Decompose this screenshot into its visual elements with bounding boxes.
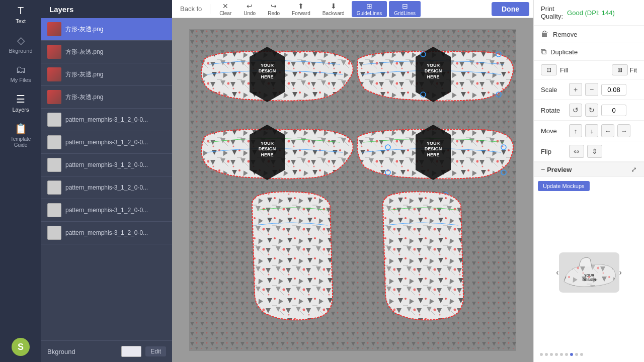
move-up-button[interactable]: ↑ (569, 124, 582, 137)
svg-text:YOUR: YOUR (584, 274, 594, 277)
layer-label-4: 方形-灰透.png (65, 93, 166, 102)
forward-button[interactable]: ⬆ Forward (287, 1, 315, 17)
move-label: Move (541, 127, 566, 135)
layer-item-6[interactable]: pattern_memphis-3_1_2_0-0... (41, 131, 172, 154)
rotate-cw-button[interactable]: ↻ (585, 104, 598, 117)
layer-item-5[interactable]: pattern_memphis-3_1_2_0-0... (41, 109, 172, 131)
shoe-top-left: YOUR DESIGN HERE (201, 47, 353, 102)
layers-icon: ☰ (16, 93, 25, 105)
layer-item-1[interactable]: 方形-灰透.png (41, 18, 172, 41)
layer-label-10: pattern_memphis-3_1_2_0-0... (65, 229, 166, 236)
layer-thumb-7 (47, 158, 61, 172)
text-icon: T (18, 5, 24, 17)
move-row: Move ↑ ↓ ← → (534, 121, 644, 141)
sidebar: T Text ◇ Bkground 🗂 My Files ☰ Layers 📋 … (0, 0, 41, 362)
backward-label: Backward (323, 11, 345, 16)
rotate-input[interactable] (601, 105, 626, 116)
flip-vertical-button[interactable]: ⇕ (587, 145, 602, 158)
backward-button[interactable]: ⬇ Backward (317, 1, 350, 17)
duplicate-action[interactable]: ⧉ Duplicate (534, 43, 644, 61)
remove-label: Remove (553, 31, 577, 38)
fit-icon: ⊞ (612, 64, 628, 75)
guidelines-button[interactable]: ⊞ GuideLines (352, 1, 387, 17)
layer-thumb-3 (47, 67, 61, 81)
preview-prev-button[interactable]: ‹ (556, 268, 558, 277)
duplicate-icon: ⧉ (541, 47, 546, 56)
layer-label-1: 方形-灰透.png (65, 25, 166, 34)
layer-thumb-6 (47, 135, 61, 149)
shoe-top-right: YOUR DESIGN HERE (357, 47, 513, 102)
preview-body: Update Mockups ‹ YOUR DESIGN (534, 177, 644, 362)
undo-button[interactable]: ↩ Undo (238, 1, 261, 17)
layer-item-4[interactable]: 方形-灰透.png (41, 86, 172, 109)
guidelines-label: GuideLines (357, 11, 382, 16)
layer-thumb-4 (47, 90, 61, 104)
rotate-ccw-button[interactable]: ↺ (569, 104, 582, 117)
preview-dot-1[interactable] (545, 353, 548, 356)
preview-dot-6[interactable] (570, 353, 573, 356)
quality-row: PrintQuality: Good (DPI: 144) (541, 5, 637, 20)
preview-dot-4[interactable] (560, 353, 563, 356)
preview-image-area: ‹ YOUR DESIGN › (538, 194, 640, 351)
sidebar-item-layers[interactable]: ☰ Layers (0, 88, 41, 118)
layer-item-8[interactable]: pattern_memphis-3_1_2_0-0... (41, 176, 172, 199)
svg-text:HERE: HERE (261, 152, 273, 157)
move-down-button[interactable]: ↓ (585, 124, 598, 137)
layer-item-10[interactable]: pattern_memphis-3_1_2_0-0... (41, 222, 172, 244)
layers-title: Layers (49, 5, 73, 14)
scale-minus-button[interactable]: − (585, 83, 598, 96)
preview-dot-8[interactable] (580, 353, 583, 356)
scale-label: Scale (541, 86, 566, 94)
sidebar-item-bkground[interactable]: ◇ Bkground (0, 29, 41, 59)
redo-button[interactable]: ↪ Redo (263, 1, 285, 17)
layer-item-9[interactable]: pattern_memphis-3_1_2_0-0... (41, 199, 172, 222)
bkground-label: Bkground (47, 348, 117, 355)
layer-label-2: 方形-灰透.png (65, 48, 166, 56)
update-mockups-button[interactable]: Update Mockups (538, 181, 590, 191)
bkground-edit-button[interactable]: Edit (145, 346, 166, 356)
move-right-button[interactable]: → (617, 124, 630, 137)
flip-row: Flip ⇔ ⇕ (534, 141, 644, 162)
preview-minimize-icon[interactable]: − (541, 165, 545, 173)
gridlines-icon: ⊟ (402, 2, 408, 10)
preview-section: − Preview ⤢ Update Mockups ‹ (534, 162, 644, 362)
layer-label-7: pattern_memphis-3_1_2_0-0... (65, 161, 166, 168)
scale-row: Scale + − (534, 79, 644, 100)
remove-action[interactable]: 🗑 Remove (534, 26, 644, 43)
layer-item-3[interactable]: 方形-灰透.png (41, 63, 172, 86)
layer-thumb-2 (47, 45, 61, 59)
done-button[interactable]: Done (492, 2, 529, 16)
sidebar-item-myfiles[interactable]: 🗂 My Files (0, 59, 41, 88)
sidebar-label-bkground: Bkground (9, 48, 32, 54)
preview-dot-5[interactable] (565, 353, 568, 356)
preview-dot-3[interactable] (555, 353, 558, 356)
preview-expand-icon[interactable]: ⤢ (631, 165, 637, 173)
boot-bottom-right (383, 192, 463, 320)
scale-input[interactable] (601, 84, 626, 96)
redo-label: Redo (268, 11, 280, 16)
clear-button[interactable]: ✕ Clear (214, 1, 236, 17)
preview-dot-2[interactable] (550, 353, 553, 356)
flip-horizontal-button[interactable]: ⇔ (569, 145, 584, 158)
layer-label-5: pattern_memphis-3_1_2_0-0... (65, 116, 166, 123)
layers-header: Layers (41, 0, 172, 18)
back-text[interactable]: Back fo (176, 5, 206, 13)
gridlines-button[interactable]: ⊟ GridLines (389, 1, 421, 17)
bkground-swatch[interactable] (121, 346, 141, 357)
preview-dot-7[interactable] (575, 353, 578, 356)
fill-label[interactable]: Fill (560, 66, 569, 74)
scale-plus-button[interactable]: + (569, 83, 582, 96)
svg-text:DESIGN: DESIGN (582, 278, 596, 282)
preview-shoe-image: YOUR DESIGN (559, 252, 619, 293)
move-left-button[interactable]: ← (601, 124, 614, 137)
fit-label[interactable]: Fit (630, 66, 637, 74)
layer-item-2[interactable]: 方形-灰透.png (41, 41, 172, 63)
svg-text:DESIGN: DESIGN (259, 146, 276, 151)
preview-next-button[interactable]: › (619, 268, 622, 277)
sidebar-item-text[interactable]: T Text (0, 0, 41, 29)
sidebar-item-template[interactable]: 📋 TemplateGuide (0, 118, 41, 153)
layer-label-8: pattern_memphis-3_1_2_0-0... (65, 184, 166, 191)
preview-dot-0[interactable] (540, 353, 543, 356)
forward-icon: ⬆ (298, 2, 304, 10)
layer-item-7[interactable]: pattern_memphis-3_1_2_0-0... (41, 154, 172, 176)
